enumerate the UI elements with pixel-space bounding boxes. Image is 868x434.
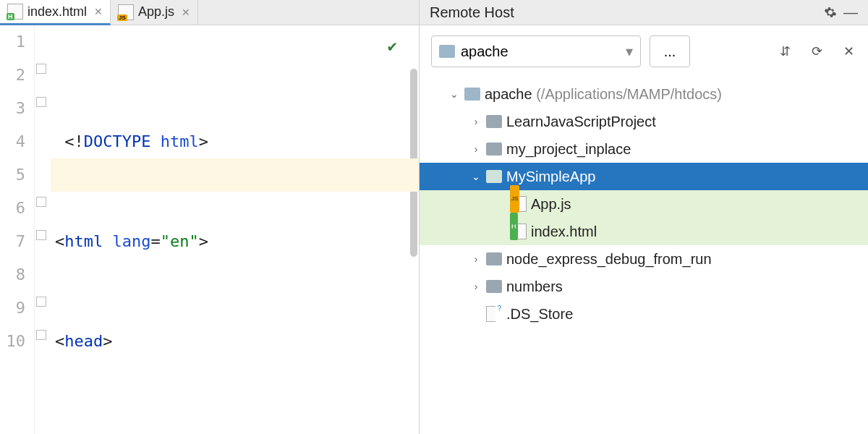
tree-file-label: .DS_Store — [506, 300, 573, 328]
line-number: 6 — [0, 192, 25, 225]
chevron-right-icon[interactable]: › — [470, 273, 482, 300]
remote-host-panel: Remote Host — apache ▾ ... ⇵ ⟳ ✕ ⌄ apach… — [420, 0, 868, 434]
tree-folder-label: my_project_inplace — [506, 135, 631, 163]
folder-icon — [486, 280, 502, 293]
fold-marker-icon[interactable] — [36, 97, 46, 107]
tree-folder-selected[interactable]: ⌄ MySimpleApp — [420, 163, 868, 190]
t: = — [150, 232, 160, 250]
unknown-file-icon — [486, 306, 502, 322]
remote-file-tree: ⌄ apache (/Applications/MAMP/htdocs) › L… — [420, 77, 868, 331]
line-number: 8 — [0, 258, 25, 292]
line-number: 7 — [0, 225, 25, 258]
tree-folder-label: numbers — [506, 273, 563, 300]
remote-toolbar: apache ▾ ... ⇵ ⟳ ✕ — [420, 25, 868, 77]
tree-folder[interactable]: › numbers — [420, 273, 868, 300]
line-number-gutter: 1 2 3 4 5 6 7 8 9 10 — [0, 25, 35, 434]
fold-marker-icon[interactable] — [36, 197, 46, 207]
t: > — [199, 232, 208, 250]
fold-marker-icon[interactable] — [36, 230, 46, 240]
fold-marker-icon[interactable] — [36, 64, 46, 74]
chevron-down-icon: ▾ — [626, 43, 633, 60]
chevron-right-icon[interactable]: › — [470, 135, 482, 163]
tree-folder[interactable]: › node_express_debug_from_run — [420, 245, 868, 273]
t: head — [64, 332, 103, 350]
fold-gutter — [35, 25, 51, 434]
tree-root[interactable]: ⌄ apache (/Applications/MAMP/htdocs) — [420, 80, 868, 108]
html-file-icon — [7, 4, 23, 20]
tab-index-html[interactable]: index.html ✕ — [0, 0, 111, 25]
t: < — [55, 332, 64, 350]
tree-folder[interactable]: › LearnJavaScriptProject — [420, 108, 868, 135]
js-file-icon — [511, 196, 527, 212]
remote-host-title: Remote Host — [430, 4, 514, 21]
close-icon[interactable]: ✕ — [94, 6, 103, 17]
t: < — [55, 232, 64, 250]
close-icon[interactable]: ✕ — [182, 7, 190, 18]
browse-button[interactable]: ... — [650, 35, 690, 67]
tree-root-label: apache (/Applications/MAMP/htdocs) — [485, 80, 722, 108]
remote-host-header: Remote Host — — [420, 0, 868, 25]
line-number: 3 — [0, 92, 25, 125]
line-number: 1 — [0, 25, 25, 59]
tree-folder[interactable]: › my_project_inplace — [420, 135, 868, 163]
t: <! — [64, 132, 84, 150]
tree-file[interactable]: index.html — [420, 218, 868, 245]
editor-pane: index.html ✕ App.js ✕ ✔ 1 2 3 4 5 6 7 8 … — [0, 0, 420, 434]
html-file-icon — [511, 224, 527, 239]
tree-folder-label: LearnJavaScriptProject — [506, 108, 656, 135]
t: > — [103, 332, 112, 350]
tree-file-label: App.js — [531, 190, 571, 218]
line-number: 5 — [0, 158, 25, 192]
server-icon — [439, 45, 455, 58]
t: (/Applications/MAMP/htdocs) — [532, 86, 722, 102]
folder-icon — [486, 115, 502, 128]
folder-icon — [486, 142, 502, 156]
fold-marker-icon[interactable] — [36, 330, 46, 340]
editor-body[interactable]: ✔ 1 2 3 4 5 6 7 8 9 10 <!DOCTYPE html> <… — [0, 25, 419, 434]
t: html — [64, 232, 112, 250]
t: apache — [485, 86, 532, 102]
line-number: 4 — [0, 125, 25, 158]
tree-file[interactable]: App.js — [420, 190, 868, 218]
folder-icon — [486, 252, 502, 265]
t: DOCTYPE — [84, 132, 161, 150]
t: lang — [112, 232, 150, 250]
t: "en" — [161, 232, 199, 250]
gear-icon[interactable] — [823, 5, 838, 20]
code-area[interactable]: <!DOCTYPE html> <html lang="en"> <head> … — [51, 25, 419, 434]
tab-label: App.js — [138, 4, 174, 20]
t: html — [161, 132, 199, 150]
server-select-value: apache — [461, 43, 509, 60]
fold-marker-icon[interactable] — [36, 297, 46, 307]
close-icon[interactable]: ✕ — [841, 43, 856, 59]
remote-tool-icons: ⇵ ⟳ ✕ — [777, 43, 856, 59]
tree-file[interactable]: .DS_Store — [420, 300, 868, 328]
editor-tab-bar: index.html ✕ App.js ✕ — [0, 0, 419, 25]
line-number: 9 — [0, 292, 25, 325]
tree-file-label: index.html — [531, 218, 597, 245]
js-file-icon — [118, 4, 134, 20]
chevron-right-icon[interactable]: › — [470, 108, 482, 135]
tab-app-js[interactable]: App.js ✕ — [111, 0, 198, 25]
line-number: 2 — [0, 59, 25, 92]
current-line-highlight — [51, 158, 419, 192]
line-number: 10 — [0, 325, 25, 358]
browse-label: ... — [664, 43, 676, 60]
refresh-icon[interactable]: ⟳ — [809, 43, 825, 59]
minimize-icon[interactable]: — — [843, 5, 858, 20]
t: > — [199, 132, 208, 150]
chevron-down-icon[interactable]: ⌄ — [470, 163, 482, 190]
inspection-ok-icon[interactable]: ✔ — [388, 30, 397, 63]
tree-folder-label: node_express_debug_from_run — [506, 245, 712, 273]
tree-folder-label: MySimpleApp — [506, 163, 595, 190]
compare-icon[interactable]: ⇵ — [777, 43, 793, 59]
folder-icon — [486, 170, 502, 183]
server-folder-icon — [464, 88, 480, 101]
server-select[interactable]: apache ▾ — [431, 35, 641, 67]
tab-label: index.html — [27, 4, 87, 20]
chevron-right-icon[interactable]: › — [470, 245, 482, 273]
chevron-down-icon[interactable]: ⌄ — [448, 80, 460, 108]
